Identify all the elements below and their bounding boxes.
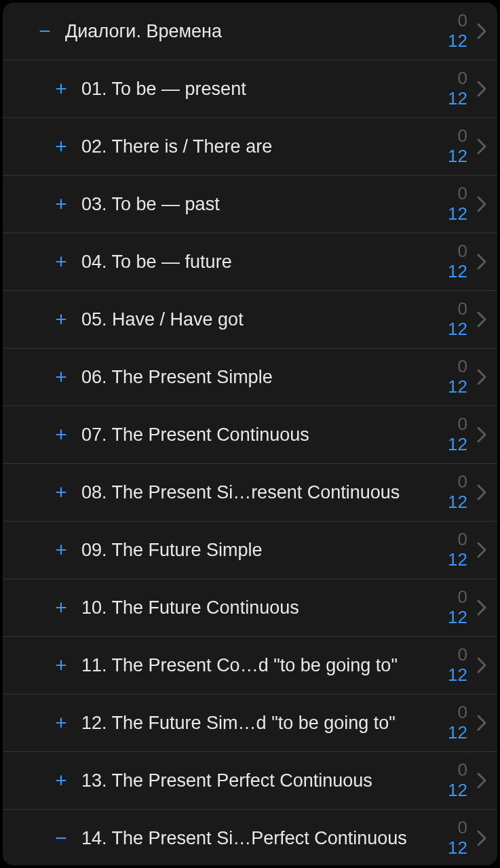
count-total: 12 xyxy=(448,665,467,686)
list-item[interactable]: +13. The Present Perfect Continuous012 xyxy=(3,752,497,810)
chevron-right-icon xyxy=(477,369,486,385)
collapse-icon[interactable]: − xyxy=(52,828,71,848)
item-label: 03. To be — past xyxy=(81,194,448,215)
count-completed: 0 xyxy=(458,645,467,665)
count-completed: 0 xyxy=(458,472,467,492)
collapse-icon[interactable]: − xyxy=(35,21,54,41)
plus-icon: + xyxy=(55,540,67,560)
expand-icon[interactable]: + xyxy=(52,367,71,387)
item-counts: 012 xyxy=(448,414,467,455)
count-total: 12 xyxy=(448,435,467,455)
plus-icon: + xyxy=(55,770,67,791)
chevron-right-icon xyxy=(477,484,486,500)
list-item[interactable]: +02. There is / There are012 xyxy=(3,118,497,176)
count-completed: 0 xyxy=(458,299,467,319)
item-label: 07. The Present Continuous xyxy=(81,425,448,446)
plus-icon: + xyxy=(55,309,67,330)
expand-icon[interactable]: + xyxy=(52,655,71,675)
count-total: 12 xyxy=(448,723,467,743)
item-counts: 012 xyxy=(448,587,467,628)
chevron-right-icon xyxy=(477,254,486,270)
chevron-right-icon xyxy=(477,138,486,155)
item-counts: 012 xyxy=(448,299,467,340)
expand-icon[interactable]: + xyxy=(52,540,71,560)
expand-icon[interactable]: + xyxy=(52,309,71,330)
chevron-right-icon xyxy=(477,23,486,39)
list-item[interactable]: +06. The Present Simple012 xyxy=(3,349,497,406)
list-header-row[interactable]: − Диалоги. Времена 0 12 xyxy=(3,3,497,60)
chevron-right-icon xyxy=(477,599,486,616)
item-counts: 012 xyxy=(448,760,467,801)
item-label: 11. The Present Co…d "to be going to" xyxy=(81,655,448,676)
plus-icon: + xyxy=(55,482,67,502)
count-completed: 0 xyxy=(458,241,467,262)
expand-icon[interactable]: + xyxy=(52,136,71,157)
count-completed: 0 xyxy=(458,126,467,146)
expand-icon[interactable]: + xyxy=(52,252,71,272)
chevron-right-icon xyxy=(477,657,486,673)
plus-icon: + xyxy=(55,194,67,214)
item-label: 06. The Present Simple xyxy=(81,367,448,388)
list-item[interactable]: +01. To be — present012 xyxy=(3,60,497,118)
expand-icon[interactable]: + xyxy=(52,194,71,214)
list-item[interactable]: +09. The Future Simple012 xyxy=(3,521,497,579)
count-completed: 0 xyxy=(458,414,467,435)
count-total: 12 xyxy=(448,781,467,801)
item-label: 02. There is / There are xyxy=(81,136,448,157)
count-total: 12 xyxy=(448,608,467,628)
list-item[interactable]: +08. The Present Si…resent Continuous012 xyxy=(3,464,497,521)
expand-icon[interactable]: + xyxy=(52,713,71,733)
item-counts: 012 xyxy=(448,357,467,397)
minus-icon: − xyxy=(55,828,67,848)
item-label: 13. The Present Perfect Continuous xyxy=(81,770,448,791)
count-completed: 0 xyxy=(458,818,467,838)
header-counts: 0 12 xyxy=(448,11,467,52)
count-total: 12 xyxy=(448,89,467,109)
count-completed: 0 xyxy=(458,68,467,89)
list-item[interactable]: +12. The Future Sim…d "to be going to"01… xyxy=(3,694,497,752)
item-label: 05. Have / Have got xyxy=(81,309,448,330)
chevron-right-icon xyxy=(477,311,486,328)
expand-icon[interactable]: + xyxy=(52,79,71,99)
item-label: 08. The Present Si…resent Continuous xyxy=(81,482,448,503)
list-item[interactable]: +04. To be — future012 xyxy=(3,233,497,291)
count-total: 12 xyxy=(448,204,467,224)
item-counts: 012 xyxy=(448,126,467,167)
list-item[interactable]: +07. The Present Continuous012 xyxy=(3,406,497,464)
list-item[interactable]: +10. The Future Continuous012 xyxy=(3,579,497,637)
item-label: 09. The Future Simple xyxy=(81,540,448,561)
item-label: 04. To be — future xyxy=(81,252,448,273)
chevron-right-icon xyxy=(477,772,486,789)
expand-icon[interactable]: + xyxy=(52,597,71,618)
count-completed: 0 xyxy=(458,184,467,204)
expand-icon[interactable]: + xyxy=(52,770,71,791)
list-item[interactable]: +11. The Present Co…d "to be going to"01… xyxy=(3,637,497,694)
count-total: 12 xyxy=(448,492,467,513)
count-completed: 0 xyxy=(458,530,467,550)
item-label: 10. The Future Continuous xyxy=(81,597,448,618)
expand-icon[interactable]: + xyxy=(52,425,71,445)
chevron-right-icon xyxy=(477,427,486,443)
expand-icon[interactable]: + xyxy=(52,482,71,502)
list-item[interactable]: +03. To be — past012 xyxy=(3,176,497,233)
plus-icon: + xyxy=(55,597,67,618)
count-total: 12 xyxy=(448,550,467,570)
plus-icon: + xyxy=(55,655,67,675)
count-total: 12 xyxy=(448,146,467,167)
list-item[interactable]: −14. The Present Si…Perfect Continuous01… xyxy=(3,810,497,865)
count-completed: 0 xyxy=(458,357,467,377)
plus-icon: + xyxy=(55,136,67,157)
item-label: 12. The Future Sim…d "to be going to" xyxy=(81,713,448,734)
minus-icon: − xyxy=(39,21,51,41)
count-completed: 0 xyxy=(458,703,467,723)
plus-icon: + xyxy=(55,713,67,733)
item-counts: 012 xyxy=(448,68,467,109)
chevron-right-icon xyxy=(477,196,486,212)
plus-icon: + xyxy=(55,425,67,445)
plus-icon: + xyxy=(55,367,67,387)
chevron-right-icon xyxy=(477,542,486,558)
plus-icon: + xyxy=(55,252,67,272)
item-label: 14. The Present Si…Perfect Continuous xyxy=(81,828,448,849)
item-counts: 012 xyxy=(448,241,467,282)
list-item[interactable]: +05. Have / Have got012 xyxy=(3,291,497,349)
